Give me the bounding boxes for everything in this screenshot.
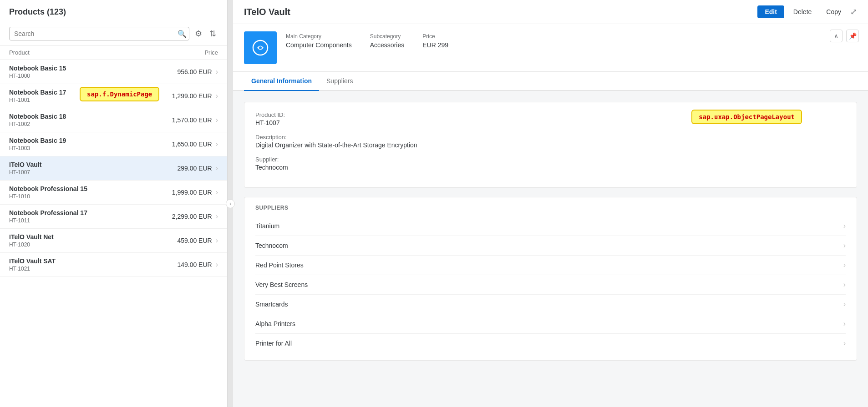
- product-sku: HT-1000: [9, 73, 66, 79]
- supplier-list-item[interactable]: Smartcards ›: [255, 295, 846, 314]
- product-price: 956.00 EUR ›: [177, 68, 218, 76]
- collapse-button[interactable]: ∧: [830, 30, 843, 42]
- delete-button[interactable]: Delete: [788, 5, 817, 18]
- product-sku: HT-1021: [9, 266, 56, 272]
- chevron-right-icon: ›: [216, 164, 218, 172]
- supplier-row: Supplier: Technocom: [255, 156, 846, 171]
- supplier-name: Printer for All: [255, 340, 292, 347]
- search-bar: 🔍 ⚙ ⇅: [9, 22, 218, 45]
- list-item[interactable]: Notebook Basic 18 HT-1002 1,570.00 EUR ›: [0, 108, 227, 132]
- price-label: Price: [422, 33, 448, 40]
- panel-splitter[interactable]: ‹: [228, 0, 233, 407]
- list-item[interactable]: ITelO Vault Net HT-1020 459.00 EUR ›: [0, 229, 227, 253]
- meta-subcategory: Subcategory Accessories: [370, 33, 404, 49]
- product-price: 1,999.00 EUR ›: [172, 188, 218, 196]
- subcategory-value: Accessories: [370, 41, 404, 49]
- copy-button[interactable]: Copy: [821, 5, 847, 18]
- supplier-value: Technocom: [255, 164, 846, 171]
- description-value: Digital Organizer with State-of-the-Art …: [255, 141, 846, 149]
- tab-general-information[interactable]: General Information: [244, 72, 319, 91]
- chevron-right-icon: ›: [843, 222, 846, 230]
- product-name: Notebook Basic 15: [9, 65, 66, 72]
- supplier-list-item[interactable]: Printer for All ›: [255, 334, 846, 353]
- product-name: ITelO Vault: [9, 161, 41, 168]
- product-sku: HT-1002: [9, 121, 66, 127]
- list-item[interactable]: Notebook Basic 19 HT-1003 1,650.00 EUR ›: [0, 132, 227, 156]
- product-price: 1,570.00 EUR ›: [172, 116, 218, 124]
- chevron-right-icon: ›: [843, 281, 846, 289]
- supplier-name: Titanium: [255, 222, 279, 230]
- svg-point-1: [259, 46, 262, 49]
- products-title: Products (123): [9, 7, 218, 22]
- product-price: 2,299.00 EUR ›: [172, 212, 218, 221]
- product-name: Notebook Professional 15: [9, 185, 87, 192]
- suppliers-section: SUPPLIERS Titanium › Technocom › Red Poi…: [244, 197, 857, 361]
- header-actions: Edit Delete Copy ⤢: [757, 5, 857, 18]
- chevron-right-icon: ›: [843, 241, 846, 250]
- search-input-wrap: 🔍: [9, 27, 189, 40]
- pin-button[interactable]: 📌: [846, 30, 859, 42]
- supplier-list-item[interactable]: Alpha Printers ›: [255, 314, 846, 334]
- supplier-list-item[interactable]: Titanium ›: [255, 216, 846, 236]
- detail-title: ITelO Vault: [244, 7, 290, 17]
- product-name: Notebook Basic 19: [9, 137, 66, 144]
- supplier-name: Very Best Screens: [255, 281, 308, 288]
- object-header-controls: ∧ 📌: [830, 30, 859, 42]
- supplier-list-item[interactable]: Very Best Screens ›: [255, 275, 846, 295]
- sort-icon-button[interactable]: ⇅: [208, 27, 218, 40]
- search-input[interactable]: [9, 27, 189, 40]
- list-item[interactable]: Notebook Professional 15 HT-1010 1,999.0…: [0, 181, 227, 205]
- supplier-name: Red Point Stores: [255, 261, 304, 269]
- left-panel: Products (123) 🔍 ⚙ ⇅ Product Price Noteb…: [0, 0, 228, 407]
- meta-price: Price EUR 299: [422, 33, 448, 49]
- edit-button[interactable]: Edit: [757, 5, 784, 18]
- main-category-label: Main Category: [286, 33, 352, 40]
- object-meta: Main Category Computer Components Subcat…: [286, 31, 448, 49]
- supplier-list-item[interactable]: Technocom ›: [255, 236, 846, 256]
- main-category-value: Computer Components: [286, 41, 352, 49]
- chevron-right-icon: ›: [216, 236, 218, 245]
- supplier-list-item[interactable]: Red Point Stores ›: [255, 256, 846, 275]
- settings-icon-button[interactable]: ⚙: [193, 27, 204, 40]
- product-price: 1,299.00 EUR ›: [172, 92, 218, 100]
- chevron-right-icon: ›: [216, 140, 218, 148]
- product-sku: HT-1007: [9, 169, 41, 176]
- chevron-right-icon: ›: [216, 261, 218, 269]
- annotation-object-page-layout: sap.uxap.ObjectPageLayout: [691, 110, 802, 124]
- tab-suppliers[interactable]: Suppliers: [319, 72, 360, 91]
- right-panel: ITelO Vault Edit Delete Copy ⤢ Main Cate…: [233, 0, 868, 407]
- product-sku: HT-1020: [9, 241, 54, 248]
- list-item[interactable]: Notebook Basic 15 HT-1000 956.00 EUR ›: [0, 60, 227, 84]
- supplier-name: Alpha Printers: [255, 320, 295, 327]
- description-label: Description:: [255, 134, 846, 141]
- column-price: Price: [204, 49, 218, 56]
- product-name: ITelO Vault Net: [9, 233, 54, 241]
- list-item[interactable]: ITelO Vault HT-1007 299.00 EUR ›: [0, 156, 227, 181]
- product-name: Notebook Professional 17: [9, 209, 87, 216]
- product-sku: HT-1011: [9, 217, 87, 224]
- column-product: Product: [9, 49, 30, 56]
- product-list: Notebook Basic 15 HT-1000 956.00 EUR › N…: [0, 60, 227, 407]
- general-info-section: Product ID: HT-1007 Description: Digital…: [244, 102, 857, 188]
- supplier-label: Supplier:: [255, 156, 846, 163]
- chevron-right-icon: ›: [216, 212, 218, 221]
- splitter-arrow-icon[interactable]: ‹: [226, 199, 235, 208]
- suppliers-title: SUPPLIERS: [255, 205, 846, 211]
- supplier-name: Technocom: [255, 242, 288, 249]
- supplier-name: Smartcards: [255, 301, 288, 308]
- tabs-bar: General Information Suppliers: [233, 72, 868, 91]
- chevron-right-icon: ›: [843, 300, 846, 308]
- product-price: 1,650.00 EUR ›: [172, 140, 218, 148]
- list-item[interactable]: Notebook Basic 17 HT-1001 1,299.00 EUR ›…: [0, 84, 227, 108]
- chevron-right-icon: ›: [843, 339, 846, 347]
- list-header: Product Price: [0, 45, 227, 60]
- chevron-right-icon: ›: [216, 92, 218, 100]
- open-external-button[interactable]: ⤢: [850, 7, 857, 17]
- chevron-right-icon: ›: [843, 261, 846, 269]
- search-icon-button[interactable]: 🔍: [178, 30, 187, 38]
- meta-main-category: Main Category Computer Components: [286, 33, 352, 49]
- chevron-right-icon: ›: [216, 116, 218, 124]
- list-item[interactable]: ITelO Vault SAT HT-1021 149.00 EUR ›: [0, 253, 227, 277]
- list-item[interactable]: Notebook Professional 17 HT-1011 2,299.0…: [0, 205, 227, 229]
- price-value: EUR 299: [422, 41, 448, 49]
